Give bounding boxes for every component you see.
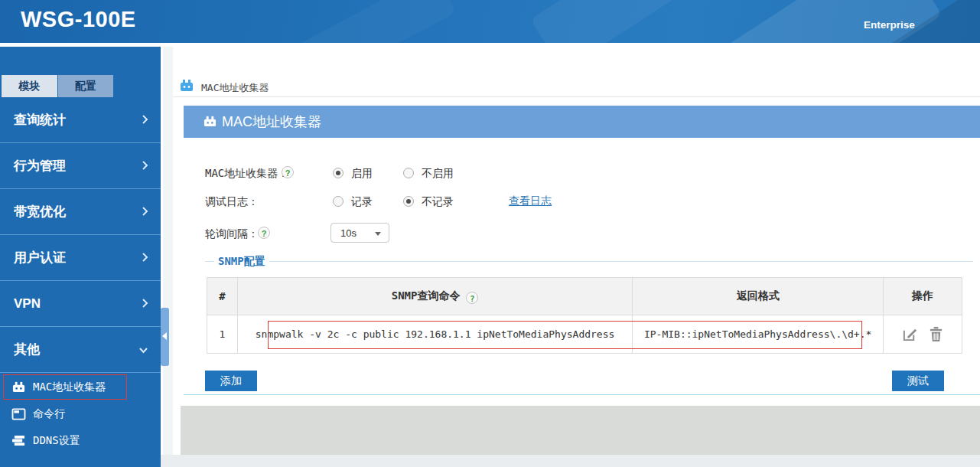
- wsg-100e-admin-page: WSG-100E Enterprise 模块 配置 查询统计 行为管理 带宽优化…: [0, 0, 980, 467]
- column-header-operations: 操作: [884, 278, 962, 315]
- sidebar-item-vpn[interactable]: VPN: [0, 281, 161, 327]
- footer-gray-band: [181, 406, 980, 455]
- sidebar-item-command-line[interactable]: 命令行: [0, 400, 161, 427]
- terminal-icon: [11, 408, 26, 420]
- snmp-fieldset-border: [205, 261, 973, 262]
- row-operations-cell: [884, 315, 962, 354]
- sidebar-item-label: VPN: [14, 296, 41, 311]
- sidebar-subitem-label: 命令行: [33, 407, 65, 421]
- radio-log-record[interactable]: [333, 196, 343, 207]
- sidebar-item-label: 查询统计: [14, 113, 66, 127]
- sidebar-item-label: 带宽优化: [14, 204, 66, 219]
- tab-modules[interactable]: 模块: [2, 75, 57, 97]
- delete-icon[interactable]: [929, 326, 943, 342]
- chevron-right-icon: [142, 298, 148, 309]
- sidebar-item-ddns-settings[interactable]: DDNS设置: [0, 427, 161, 454]
- sidebar-item-query-stats[interactable]: 查询统计: [0, 97, 161, 143]
- help-icon[interactable]: [466, 292, 478, 304]
- radio-disable-label[interactable]: 不启用: [422, 167, 454, 181]
- row-command-cell: snmpwalk -v 2c -c public 192.168.1.1 ipN…: [237, 315, 632, 354]
- sidebar-subitem-label: MAC地址收集器: [33, 380, 106, 394]
- server-icon: [11, 434, 26, 447]
- sidebar-gap-strip: [163, 47, 173, 455]
- view-log-link[interactable]: 查看日志: [509, 194, 552, 208]
- collector-icon: [179, 78, 194, 92]
- tab-config[interactable]: 配置: [58, 75, 113, 97]
- radio-enable[interactable]: [333, 168, 343, 178]
- header-background-decoration: [530, 0, 679, 43]
- footer-strip: [161, 455, 980, 467]
- sidebar-item-other[interactable]: 其他: [0, 327, 161, 373]
- table-header-row: # SNMP查询命令 返回格式 操作: [207, 278, 962, 315]
- top-header: WSG-100E Enterprise: [0, 0, 980, 43]
- collector-icon: [203, 115, 217, 128]
- snmp-table: # SNMP查询命令 返回格式 操作 1 snmpwalk -v 2c -c p…: [207, 277, 962, 354]
- edit-icon[interactable]: [902, 326, 918, 342]
- chevron-right-icon: [142, 206, 148, 217]
- column-header-index: #: [207, 278, 238, 315]
- sidebar-item-bandwidth-opt[interactable]: 带宽优化: [0, 189, 161, 235]
- row-index-cell: 1: [207, 315, 238, 354]
- edition-label: Enterprise: [864, 19, 915, 31]
- brand-logo: WSG-100E: [21, 7, 136, 32]
- panel-header: MAC地址收集器: [184, 106, 980, 138]
- radio-log-norecord[interactable]: [403, 196, 414, 207]
- row-format-cell: IP-MIB::ipNetToMediaPhysAddress\.\d+.*: [633, 315, 884, 354]
- poll-interval-value: 10s: [340, 227, 357, 239]
- debug-log-label: 调试日志：: [205, 195, 259, 209]
- radio-log-norecord-label[interactable]: 不记录: [422, 195, 454, 209]
- chevron-right-icon: [142, 160, 148, 171]
- page-title: MAC地址收集器: [222, 113, 321, 131]
- breadcrumb: MAC地址收集器: [201, 81, 269, 95]
- sidebar-collapse-handle[interactable]: [161, 308, 169, 366]
- help-icon[interactable]: [258, 227, 270, 239]
- collector-icon: [11, 380, 26, 394]
- column-header-format: 返回格式: [633, 278, 884, 315]
- help-icon[interactable]: [282, 166, 294, 178]
- add-button[interactable]: 添加: [205, 371, 257, 391]
- sidebar-item-label: 行为管理: [14, 158, 66, 173]
- sidebar-item-mac-collector[interactable]: MAC地址收集器: [0, 374, 161, 400]
- header-background-decoration: [232, 0, 456, 43]
- radio-enable-label[interactable]: 启用: [351, 167, 373, 181]
- chevron-right-icon: [142, 114, 148, 125]
- table-row: 1 snmpwalk -v 2c -c public 192.168.1.1 i…: [207, 315, 962, 354]
- sidebar-item-behavior-mgmt[interactable]: 行为管理: [0, 143, 161, 189]
- sidebar-item-label: 其他: [14, 342, 40, 357]
- column-header-command: SNMP查询命令: [237, 278, 632, 315]
- radio-log-record-label[interactable]: 记录: [351, 195, 373, 209]
- chevron-right-icon: [142, 252, 148, 263]
- panel-bottom-border: [184, 394, 980, 395]
- sidebar-item-user-auth[interactable]: 用户认证: [0, 235, 161, 281]
- breadcrumb-divider: [173, 96, 980, 97]
- collector-label: MAC地址收集器：: [205, 167, 288, 181]
- test-button[interactable]: 测试: [892, 371, 944, 391]
- poll-interval-label: 轮询间隔：: [205, 227, 259, 241]
- radio-disable[interactable]: [403, 168, 414, 178]
- chevron-down-icon: [138, 347, 148, 354]
- sidebar-subitem-label: DDNS设置: [33, 434, 80, 448]
- column-header-command-label: SNMP查询命令: [392, 289, 461, 302]
- chevron-down-icon: [375, 232, 381, 236]
- collapse-arrow-icon: [162, 332, 167, 340]
- sidebar-item-label: 用户认证: [14, 250, 66, 265]
- snmp-fieldset-legend: SNMP配置: [214, 255, 269, 269]
- poll-interval-select[interactable]: 10s: [330, 223, 389, 243]
